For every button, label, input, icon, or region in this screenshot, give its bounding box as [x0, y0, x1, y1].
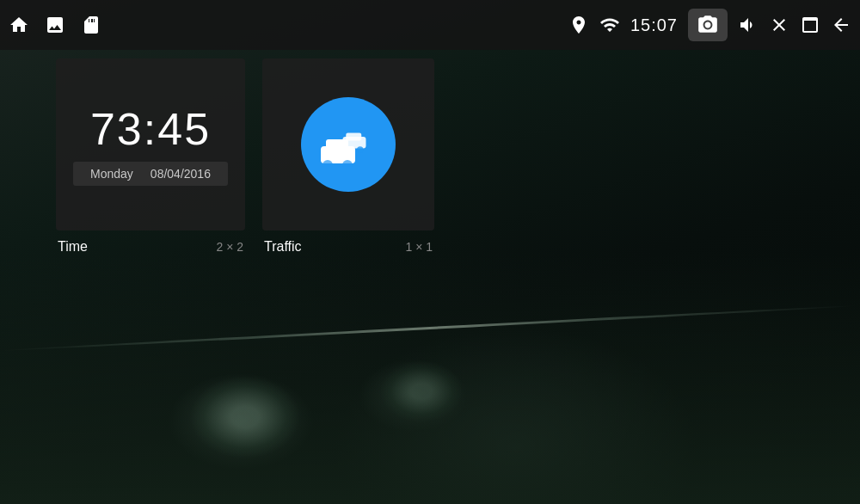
time-widget-label-row: Time 2 × 2	[56, 239, 245, 255]
time-widget-container: 73:45 Monday 08/04/2016 Time 2 × 2	[56, 58, 245, 255]
back-arrow-icon	[831, 15, 851, 35]
window-button[interactable]	[800, 15, 820, 35]
traffic-widget-size: 1 × 1	[405, 240, 433, 254]
status-time: 15:07	[630, 15, 678, 35]
camera-button[interactable]	[688, 9, 728, 41]
time-widget[interactable]: 73:45 Monday 08/04/2016	[56, 58, 245, 230]
date-display: Monday 08/04/2016	[73, 162, 228, 186]
camera-icon	[697, 14, 719, 36]
traffic-widget-label: Traffic	[264, 239, 302, 255]
traffic-widget-label-row: Traffic 1 × 1	[262, 239, 434, 255]
home-icon	[9, 15, 29, 35]
traffic-widget[interactable]	[262, 58, 434, 230]
location-button[interactable]	[568, 15, 589, 35]
back-button[interactable]	[831, 15, 851, 35]
wifi-icon	[599, 15, 620, 35]
gallery-icon	[45, 15, 65, 35]
date-date: 08/04/2016	[150, 167, 211, 181]
time-display: 73:45	[90, 103, 211, 155]
close-button[interactable]	[769, 15, 789, 35]
svg-rect-5	[326, 139, 348, 151]
close-icon	[769, 15, 789, 35]
svg-rect-1	[346, 133, 361, 141]
volume-icon	[738, 15, 759, 35]
window-icon	[800, 15, 820, 35]
traffic-cars-icon	[317, 122, 379, 167]
sdcard-icon	[81, 15, 101, 35]
home-button[interactable]	[9, 15, 29, 35]
traffic-icon-circle	[301, 97, 396, 192]
location-icon	[568, 15, 589, 35]
widget-area: 73:45 Monday 08/04/2016 Time 2 × 2	[56, 58, 434, 255]
traffic-widget-container: Traffic 1 × 1	[262, 58, 434, 255]
sdcard-button[interactable]	[81, 15, 101, 35]
date-day: Monday	[90, 167, 133, 181]
status-left-icons	[9, 15, 101, 35]
gallery-button[interactable]	[45, 15, 65, 35]
wifi-button[interactable]	[599, 15, 620, 35]
time-widget-label: Time	[58, 239, 88, 255]
status-bar: 15:07	[0, 0, 860, 50]
svg-point-3	[357, 146, 364, 153]
time-widget-size: 2 × 2	[216, 240, 243, 254]
status-right-icons: 15:07	[568, 9, 851, 41]
volume-button[interactable]	[738, 15, 759, 35]
